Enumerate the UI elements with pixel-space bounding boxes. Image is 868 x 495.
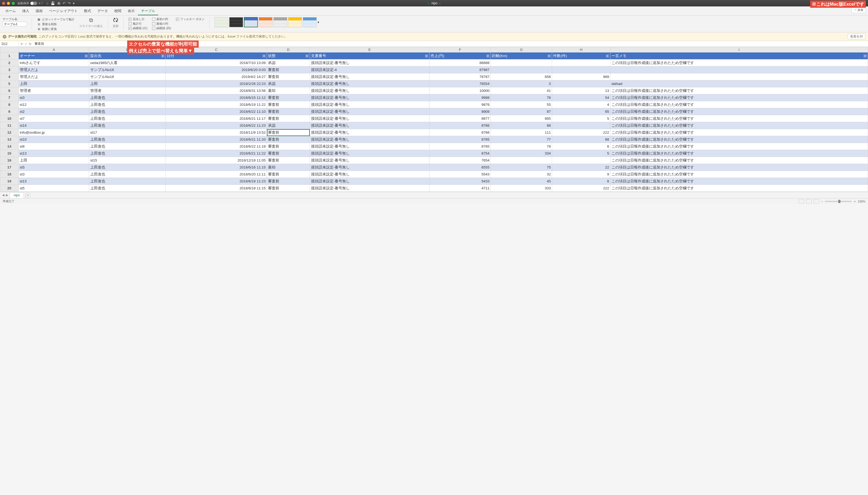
table-style-2[interactable] xyxy=(229,17,243,27)
row-header-16[interactable]: 16 xyxy=(0,157,19,164)
cell-H14[interactable]: 6 xyxy=(552,143,610,150)
cell-B17[interactable]: 上田進也 xyxy=(89,164,166,171)
cell-C7[interactable]: 2018/6/15 11:12 xyxy=(166,94,267,101)
cell-D5[interactable]: 承認 xyxy=(267,80,310,87)
ribbon-tab-描画[interactable]: 描画 xyxy=(32,7,46,15)
ribbon-tab-テーブル[interactable]: テーブル xyxy=(138,7,158,15)
row-header-9[interactable]: 9 xyxy=(0,108,19,115)
cell-B6[interactable]: 管理者 xyxy=(89,87,166,94)
col-header-G[interactable]: G xyxy=(491,47,552,52)
normal-view-icon[interactable] xyxy=(799,199,804,204)
filter-icon[interactable] xyxy=(424,54,429,58)
banded-rows-checkbox[interactable] xyxy=(128,27,132,30)
select-all-cell[interactable] xyxy=(0,47,19,52)
col-header-D[interactable]: D xyxy=(267,47,310,52)
share-button[interactable]: ↗ 共有 xyxy=(851,7,866,13)
row-header-2[interactable]: 2 xyxy=(0,59,19,66)
row-header-20[interactable]: 20 xyxy=(0,185,19,192)
table-header-6[interactable]: 距離(Km) xyxy=(491,52,552,59)
cell-E3[interactable]: 接頭語未設定-4 xyxy=(310,66,429,73)
cell-F18[interactable]: 5543 xyxy=(429,171,491,178)
cell-I8[interactable]: この項目は日報作成後に追加されたため空欄です xyxy=(610,101,868,108)
cell-B11[interactable]: 上田進也 xyxy=(89,122,166,129)
cell-C8[interactable]: 2018/6/19 11:22 xyxy=(166,101,267,108)
banded-cols-checkbox[interactable] xyxy=(152,27,155,30)
cell-E13[interactable]: 接頭語未設定-番号無し xyxy=(310,136,429,143)
cell-G18[interactable]: 32 xyxy=(491,171,552,178)
cell-H18[interactable]: 9 xyxy=(552,171,610,178)
cancel-formula-icon[interactable]: ✕ xyxy=(20,42,23,46)
cell-I20[interactable]: この項目は日報作成後に追加されたため空欄です xyxy=(610,185,868,192)
spreadsheet-grid[interactable]: ABCDEFGHI1オーナー提出先日付状態文書番号売上(円)距離(Km)件数(件… xyxy=(0,47,868,192)
cell-D4[interactable]: 審査前 xyxy=(267,73,310,80)
cell-A19[interactable]: st13 xyxy=(18,178,89,185)
cell-H5[interactable] xyxy=(552,80,610,87)
table-header-4[interactable]: 文書番号 xyxy=(310,52,429,59)
cell-H7[interactable]: 54 xyxy=(552,94,610,101)
ribbon-tab-ホーム[interactable]: ホーム xyxy=(2,7,19,15)
cell-E18[interactable]: 接頭語未設定-番号無し xyxy=(310,171,429,178)
cell-C19[interactable]: 2018/6/19 11:23 xyxy=(166,178,267,185)
cell-D12[interactable]: 審査前 xyxy=(267,129,310,136)
zoom-out-icon[interactable]: − xyxy=(821,200,823,203)
row-header-6[interactable]: 6 xyxy=(0,87,19,94)
cell-D18[interactable]: 審査前 xyxy=(267,171,310,178)
row-header-13[interactable]: 13 xyxy=(0,136,19,143)
cell-D13[interactable]: 審査前 xyxy=(267,136,310,143)
cell-C3[interactable]: 2019/6/20 0:03 xyxy=(166,66,267,73)
cell-E11[interactable]: 接頭語未設定-番号無し xyxy=(310,122,429,129)
cell-I17[interactable]: この項目は日報作成後に追加されたため空欄です xyxy=(610,164,868,171)
row-header-11[interactable]: 11 xyxy=(0,122,19,129)
cell-F10[interactable]: 8877 xyxy=(429,115,491,122)
cell-I7[interactable]: この項目は日報作成後に追加されたため空欄です xyxy=(610,94,868,101)
cell-C12[interactable]: 2018/11/9 13:52 xyxy=(166,129,267,136)
cell-I14[interactable]: この項目は日報作成後に追加されたため空欄です xyxy=(610,143,868,150)
first-col-checkbox[interactable] xyxy=(152,18,155,21)
cell-D7[interactable]: 審査前 xyxy=(267,94,310,101)
row-header-10[interactable]: 10 xyxy=(0,115,19,122)
save-as-button[interactable]: 名前を付 xyxy=(848,34,865,39)
cell-I16[interactable]: この項目は日報作成後に追加されたため空欄です xyxy=(610,157,868,164)
cell-F17[interactable]: 6555 xyxy=(429,164,491,171)
cell-F19[interactable]: 5433 xyxy=(429,178,491,185)
cell-G6[interactable]: 41 xyxy=(491,87,552,94)
cell-E7[interactable]: 接頭語未設定-番号無し xyxy=(310,94,429,101)
table-style-6[interactable] xyxy=(288,17,302,27)
cell-D20[interactable]: 審査前 xyxy=(267,185,310,192)
header-row-checkbox[interactable] xyxy=(128,18,132,21)
cell-F13[interactable]: 8765 xyxy=(429,136,491,143)
row-header-17[interactable]: 17 xyxy=(0,164,19,171)
autosave-toggle[interactable] xyxy=(30,2,37,5)
cell-A15[interactable]: st13 xyxy=(18,150,89,157)
cell-C6[interactable]: 2018/8/31 13:56 xyxy=(166,87,267,94)
cell-F4[interactable]: 78787 xyxy=(429,73,491,80)
cell-C20[interactable]: 2018/6/18 11:15 xyxy=(166,185,267,192)
cell-I6[interactable]: この項目は日報作成後に追加されたため空欄です xyxy=(610,87,868,94)
table-header-7[interactable]: 件数(件) xyxy=(552,52,610,59)
row-header-4[interactable]: 4 xyxy=(0,73,19,80)
cell-G7[interactable]: 76 xyxy=(491,94,552,101)
sheet-tab-nipo[interactable]: nipo xyxy=(10,192,24,198)
row-header-8[interactable]: 8 xyxy=(0,101,19,108)
cell-E2[interactable]: 接頭語未設定-番号無し xyxy=(310,59,429,66)
fx-icon[interactable]: fx xyxy=(29,42,31,46)
filter-icon[interactable] xyxy=(305,54,309,58)
cell-A10[interactable]: st7 xyxy=(18,115,89,122)
pivot-button[interactable]: ▦ピボットテーブルで集計 xyxy=(37,17,74,21)
cell-I11[interactable]: この項目は日報作成後に追加されたため空欄です xyxy=(610,122,868,129)
cell-A3[interactable]: 管理人だよ xyxy=(18,66,89,73)
cell-F6[interactable]: 10000 xyxy=(429,87,491,94)
chevron-down-icon[interactable]: ⌄ xyxy=(439,2,441,4)
cell-B13[interactable]: 上田進也 xyxy=(89,136,166,143)
cell-G16[interactable] xyxy=(491,157,552,164)
cell-E12[interactable]: 接頭語未設定-番号無し xyxy=(310,129,429,136)
cell-A11[interactable]: st14 xyxy=(18,122,89,129)
row-header-1[interactable]: 1 xyxy=(0,52,19,59)
cell-A7[interactable]: st3 xyxy=(18,94,89,101)
sheet-nav-next-icon[interactable]: ▶ xyxy=(6,193,8,197)
undo-icon[interactable]: ↶ xyxy=(63,1,66,5)
zoom-in-icon[interactable]: + xyxy=(854,200,855,203)
ribbon-tab-挿入[interactable]: 挿入 xyxy=(19,7,32,15)
cell-B12[interactable]: st17 xyxy=(89,129,166,136)
cell-C15[interactable]: 2018/6/21 11:22 xyxy=(166,150,267,157)
